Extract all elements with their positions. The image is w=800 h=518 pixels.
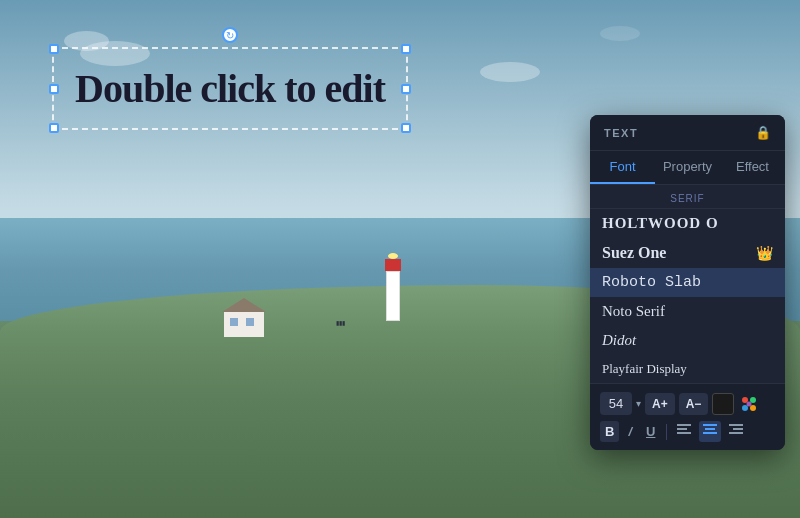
panel-header: TEXT 🔒 [590, 115, 785, 151]
svg-rect-5 [677, 424, 691, 426]
svg-rect-12 [733, 428, 743, 430]
format-divider [666, 424, 667, 440]
svg-rect-7 [677, 432, 691, 434]
tab-property[interactable]: Property [655, 151, 720, 184]
underline-button[interactable]: U [641, 421, 660, 442]
svg-point-4 [747, 401, 752, 406]
font-name-playfair: Playfair Display [602, 361, 687, 377]
svg-rect-10 [703, 432, 717, 434]
svg-rect-8 [703, 424, 717, 426]
lock-icon[interactable]: 🔒 [755, 125, 771, 140]
font-size-chevron[interactable]: ▾ [636, 398, 641, 409]
svg-point-1 [750, 397, 756, 403]
panel-tabs: Font Property Effect [590, 151, 785, 185]
font-item-didot[interactable]: Didot [590, 326, 785, 355]
panel-toolbar: 54 ▾ A+ A− B / U [590, 383, 785, 450]
svg-rect-9 [705, 428, 715, 430]
svg-point-0 [742, 397, 748, 403]
align-left-button[interactable] [673, 421, 695, 442]
italic-button[interactable]: / [623, 421, 637, 442]
align-center-button[interactable] [699, 421, 721, 442]
text-element[interactable]: ↻ Double click to edit [60, 55, 400, 122]
toolbar-row-size: 54 ▾ A+ A− [600, 392, 775, 415]
people-silhouettes: ▮▮▮ [336, 319, 345, 326]
cloud-4 [600, 26, 640, 41]
rotate-handle[interactable]: ↻ [222, 27, 238, 43]
font-name-noto: Noto Serif [602, 303, 665, 320]
font-name-holtwood: HOLTWOOD O [602, 215, 719, 232]
toolbar-row-format: B / U [600, 421, 775, 442]
font-list[interactable]: HOLTWOOD O Suez One 👑 Roboto Slab Noto S… [590, 209, 785, 383]
svg-point-2 [742, 405, 748, 411]
lighthouse [384, 261, 402, 321]
house [224, 312, 264, 337]
panel-title: TEXT [604, 127, 638, 139]
text-panel: TEXT 🔒 Font Property Effect SERIF HOLTWO… [590, 115, 785, 450]
font-size-up-button[interactable]: A+ [645, 393, 675, 415]
font-item-holtwood[interactable]: HOLTWOOD O [590, 209, 785, 238]
tab-effect[interactable]: Effect [720, 151, 785, 184]
editable-text[interactable]: Double click to edit [75, 65, 385, 112]
tab-font[interactable]: Font [590, 151, 655, 184]
font-size-display: 54 [600, 392, 632, 415]
font-item-playfair[interactable]: Playfair Display [590, 355, 785, 383]
font-name-suez: Suez One [602, 244, 666, 262]
svg-rect-6 [677, 428, 687, 430]
font-size-down-button[interactable]: A− [679, 393, 709, 415]
cloud-2 [64, 31, 109, 51]
bold-button[interactable]: B [600, 421, 619, 442]
font-section-label: SERIF [590, 185, 785, 209]
color-swatch[interactable] [712, 393, 734, 415]
svg-rect-13 [729, 432, 743, 434]
font-item-roboto[interactable]: Roboto Slab [590, 268, 785, 297]
font-item-noto[interactable]: Noto Serif [590, 297, 785, 326]
font-item-suez[interactable]: Suez One 👑 [590, 238, 785, 268]
crown-icon: 👑 [756, 245, 773, 261]
font-name-roboto: Roboto Slab [602, 274, 701, 291]
color-palette-icon[interactable] [738, 393, 760, 415]
svg-rect-11 [729, 424, 743, 426]
font-name-didot: Didot [602, 332, 636, 349]
align-right-button[interactable] [725, 421, 747, 442]
svg-point-3 [750, 405, 756, 411]
